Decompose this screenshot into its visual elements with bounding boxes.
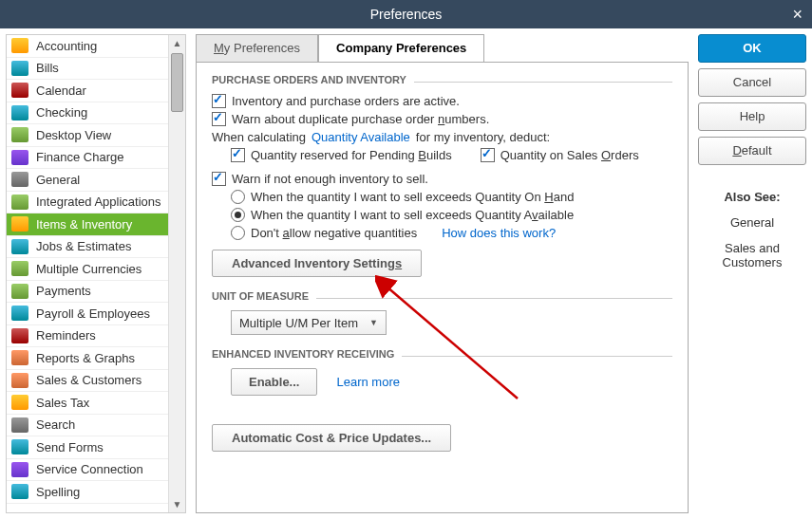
checkbox-inventory-active[interactable] <box>212 94 226 108</box>
category-icon <box>11 462 28 477</box>
radio-no-negative[interactable] <box>231 226 245 240</box>
link-quantity-available[interactable]: Quantity Available <box>312 130 410 144</box>
section-title: PURCHASE ORDERS AND INVENTORY <box>212 74 414 85</box>
category-icon <box>11 239 28 254</box>
sidebar-item-general[interactable]: General <box>7 169 168 192</box>
sidebar-item-label: Items & Inventory <box>36 217 132 232</box>
sidebar-item-finance-charge[interactable]: Finance Charge <box>7 147 168 170</box>
tab-my-preferences[interactable]: My Preferences <box>196 34 318 63</box>
sidebar-item-label: Multiple Currencies <box>36 262 142 276</box>
category-icon <box>11 38 28 53</box>
label-when-calculating: When calculating <box>212 130 306 144</box>
checkbox-pending-builds[interactable] <box>231 148 245 162</box>
sidebar-item-label: Bills <box>36 61 59 75</box>
category-icon <box>11 150 28 165</box>
sidebar-item-payments[interactable]: Payments <box>7 281 168 304</box>
sidebar-item-label: General <box>36 173 80 187</box>
also-see-section: Also See: General Sales and Customers <box>698 190 806 281</box>
label-warn-duplicate: Warn about duplicate purchase order numb… <box>232 112 489 126</box>
category-icon <box>11 61 28 76</box>
sidebar-item-bills[interactable]: Bills <box>7 58 168 81</box>
button-advanced-inventory-settings[interactable]: Advanced Inventory Settings <box>212 250 422 277</box>
sidebar-item-reports-graphs[interactable]: Reports & Graphs <box>7 347 168 370</box>
sidebar-item-label: Checking <box>36 105 87 120</box>
section-enhanced-inventory: ENHANCED INVENTORY RECEIVING Enable... L… <box>212 356 672 407</box>
sidebar-item-label: Reminders <box>36 328 96 343</box>
sidebar-item-sales-tax[interactable]: Sales Tax <box>7 392 168 415</box>
category-icon <box>11 484 28 499</box>
link-learn-more[interactable]: Learn more <box>336 375 399 389</box>
category-icon <box>11 172 28 187</box>
sidebar-item-label: Spelling <box>36 485 80 499</box>
sidebar-scrollbar[interactable]: ▲ ▼ <box>168 35 185 512</box>
select-unit-of-measure[interactable]: Multiple U/M Per Item <box>231 310 387 335</box>
category-icon <box>11 306 28 321</box>
button-auto-cost-price[interactable]: Automatic Cost & Price Updates... <box>212 424 451 452</box>
window-title: Preferences <box>370 7 442 22</box>
label-exceeds-available: When the quantity I want to sell exceeds… <box>251 208 574 222</box>
sidebar-item-send-forms[interactable]: Send Forms <box>7 436 168 459</box>
also-see-sales[interactable]: Sales and Customers <box>698 241 806 269</box>
sidebar-item-label: Payments <box>36 284 91 298</box>
sidebar-item-reminders[interactable]: Reminders <box>7 325 168 348</box>
sidebar-item-label: Service Connection <box>36 462 143 476</box>
label-exceeds-on-hand: When the quantity I want to sell exceeds… <box>251 190 574 204</box>
category-icon <box>11 284 28 299</box>
company-preferences-panel: PURCHASE ORDERS AND INVENTORY Inventory … <box>196 62 689 513</box>
sidebar-item-multiple-currencies[interactable]: Multiple Currencies <box>7 258 168 281</box>
button-ok[interactable]: OK <box>698 34 806 63</box>
sidebar-item-label: Sales & Customers <box>36 373 142 387</box>
sidebar-item-label: Payroll & Employees <box>36 306 150 321</box>
sidebar-item-search[interactable]: Search <box>7 415 168 437</box>
category-icon <box>11 127 28 142</box>
sidebar-item-service-connection[interactable]: Service Connection <box>7 459 168 482</box>
preferences-sidebar: AccountingBillsCalendarCheckingDesktop V… <box>6 34 186 513</box>
category-icon <box>11 350 28 365</box>
main-area: AccountingBillsCalendarCheckingDesktop V… <box>0 28 812 519</box>
category-icon <box>11 195 28 210</box>
sidebar-item-calendar[interactable]: Calendar <box>7 80 168 102</box>
link-how-does-this-work[interactable]: How does this work? <box>442 226 556 240</box>
sidebar-item-label: Send Forms <box>36 440 104 454</box>
sidebar-item-desktop-view[interactable]: Desktop View <box>7 124 168 147</box>
also-see-general[interactable]: General <box>698 215 806 230</box>
scroll-down-icon[interactable]: ▼ <box>169 496 185 512</box>
category-icon <box>11 83 28 98</box>
label-inventory-active: Inventory and purchase orders are active… <box>232 94 460 108</box>
sidebar-item-label: Finance Charge <box>36 150 124 164</box>
title-bar: Preferences × <box>0 0 812 28</box>
tab-bar: My Preferences Company Preferences <box>196 34 689 63</box>
checkbox-warn-duplicate[interactable] <box>212 112 226 126</box>
sidebar-item-accounting[interactable]: Accounting <box>7 35 168 58</box>
category-icon <box>11 417 28 433</box>
label-no-negative: Don't allow negative quantities <box>251 226 417 240</box>
category-icon <box>11 395 28 410</box>
checkbox-warn-not-enough[interactable] <box>212 172 226 186</box>
radio-exceeds-available[interactable] <box>231 208 245 222</box>
category-icon <box>11 261 28 276</box>
close-icon[interactable]: × <box>792 0 803 28</box>
scroll-up-icon[interactable]: ▲ <box>169 35 185 51</box>
right-button-panel: OK Cancel Help Default Also See: General… <box>698 34 806 513</box>
radio-exceeds-on-hand[interactable] <box>231 190 245 204</box>
button-default[interactable]: Default <box>698 137 806 165</box>
button-help[interactable]: Help <box>698 102 806 131</box>
sidebar-item-jobs-estimates[interactable]: Jobs & Estimates <box>7 236 168 259</box>
sidebar-item-sales-customers[interactable]: Sales & Customers <box>7 370 168 393</box>
sidebar-item-checking[interactable]: Checking <box>7 102 168 125</box>
sidebar-item-items-inventory[interactable]: Items & Inventory <box>7 213 168 236</box>
sidebar-item-spelling[interactable]: Spelling <box>7 481 168 504</box>
tab-company-preferences[interactable]: Company Preferences <box>318 34 484 63</box>
checkbox-sales-orders[interactable] <box>481 148 495 162</box>
scroll-thumb[interactable] <box>171 53 183 112</box>
sidebar-item-label: Accounting <box>36 39 97 53</box>
category-icon <box>11 105 28 120</box>
category-icon <box>11 216 28 232</box>
label-warn-not-enough: Warn if not enough inventory to sell. <box>232 172 428 186</box>
sidebar-item-label: Search <box>36 417 75 432</box>
sidebar-item-payroll-employees[interactable]: Payroll & Employees <box>7 303 168 325</box>
button-cancel[interactable]: Cancel <box>698 68 806 97</box>
section-purchase-orders: PURCHASE ORDERS AND INVENTORY Inventory … <box>212 82 672 288</box>
button-enable[interactable]: Enable... <box>231 368 317 396</box>
sidebar-item-integrated-applications[interactable]: Integrated Applications <box>7 192 168 214</box>
